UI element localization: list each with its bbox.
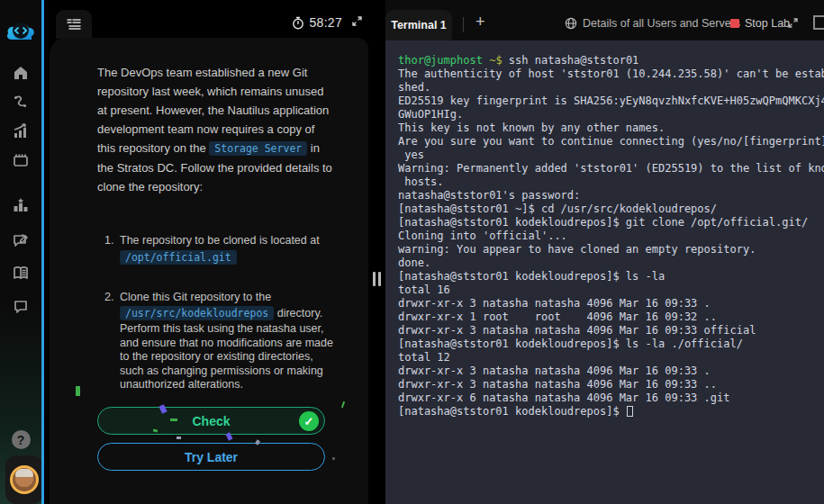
terminal-line: done. <box>398 256 824 270</box>
panel-layout-icon[interactable] <box>813 15 824 30</box>
panel-divider[interactable] <box>368 0 385 504</box>
task-card: The DevOps team established a new Git re… <box>50 38 368 504</box>
terminal-line: total 12 <box>398 351 824 364</box>
tab-separator <box>463 17 464 32</box>
stop-icon <box>730 19 739 28</box>
lab-timer: 58:27 <box>292 15 342 30</box>
terminal-line: drwxr-xr-x 3 natasha natasha 4096 Mar 16… <box>398 324 824 338</box>
help-icon[interactable]: ? <box>0 430 41 449</box>
terminal-tab-label: Terminal 1 <box>391 19 447 32</box>
inline-code-chip: /opt/official.git <box>120 250 237 265</box>
community-icon[interactable] <box>0 298 41 316</box>
details-label: Details of all Users and Servers <box>583 17 740 30</box>
terminal-line: [natasha@ststor01 kodekloudrepos]$ git c… <box>398 216 824 230</box>
terminal-line: drwxr-xr-x 3 natasha natasha 4096 Mar 16… <box>398 297 824 310</box>
terminal-line: hosts. <box>398 176 824 189</box>
terminal-line: total 16 <box>398 284 824 297</box>
task-expand-icon[interactable] <box>351 14 363 31</box>
stopwatch-icon <box>292 16 304 30</box>
terminal-line: drwxr-xr-x 3 natasha natasha 4096 Mar 16… <box>398 378 824 392</box>
kodekloud-logo-icon[interactable] <box>0 20 41 43</box>
task-step: The repository to be cloned is located a… <box>117 234 333 266</box>
terminal-line: This key is not known by any other names… <box>398 122 824 135</box>
lab-workspace: ? 58:27 <box>0 0 824 504</box>
task-step: Clone this Git repository to the /usr/sr… <box>117 291 333 392</box>
learning-path-icon[interactable] <box>0 94 41 112</box>
timer-value: 58:27 <box>309 15 342 30</box>
task-list-tab[interactable] <box>56 10 92 39</box>
calendar-icon[interactable] <box>0 151 41 169</box>
stop-lab-button[interactable]: Stop Lab <box>730 17 790 30</box>
terminal-line: Warning: Permanently added 'ststor01' (E… <box>398 162 824 176</box>
app-sidebar: ? <box>0 0 41 504</box>
check-button[interactable]: Check ✓ <box>97 407 325 435</box>
terminal-line: shed. <box>398 81 824 94</box>
terminal-cursor <box>627 406 633 417</box>
terminal-line: [natasha@ststor01 kodekloudrepos]$ ls -l… <box>398 338 824 351</box>
stop-lab-label: Stop Lab <box>745 17 790 30</box>
terminal-line: Are you sure you want to continue connec… <box>398 135 824 148</box>
terminal-line: Cloning into 'official'... <box>398 230 824 243</box>
new-terminal-button[interactable]: + <box>475 14 485 30</box>
divider-handle-icon[interactable] <box>373 272 381 286</box>
terminal-line: GWuOP1HIg. <box>398 108 824 122</box>
task-list-icon <box>66 17 82 32</box>
details-link[interactable]: Details of all Users and Servers <box>565 17 740 30</box>
terminal-tab-1[interactable]: Terminal 1 <box>385 10 452 40</box>
terminal-line: warning: You appear to have cloned an em… <box>398 243 824 256</box>
terminal-line: thor@jumphost ~$ ssh natasha@ststor01 <box>398 54 824 68</box>
terminal-line: drwxr-xr-x 6 natasha natasha 4096 Mar 16… <box>398 392 824 405</box>
inline-code-chip: /usr/src/kodekloudrepos <box>120 306 274 320</box>
terminal-line: [natasha@ststor01 kodekloudrepos]$ <box>398 405 824 418</box>
globe-icon <box>565 17 577 30</box>
avatar-face <box>13 468 36 491</box>
terminal-line: drwxr-xr-x 1 root root 4096 Mar 16 09:32… <box>398 310 824 324</box>
inline-code-chip: Storage Server <box>209 141 307 156</box>
terminal-screen[interactable]: thor@jumphost ~$ ssh natasha@ststor01The… <box>385 40 824 504</box>
task-step-list: The repository to be cloned is located a… <box>117 234 333 392</box>
terminal-line: [natasha@ststor01 kodekloudrepos]$ ls -l… <box>398 270 824 284</box>
progress-icon[interactable] <box>0 122 41 140</box>
terminal-panel: Terminal 1 + Details of all Users and Se… <box>385 0 824 504</box>
terminal-expand-icon[interactable] <box>787 16 799 32</box>
try-later-button[interactable]: Try Later <box>97 443 325 471</box>
task-description: The DevOps team established a new Git re… <box>97 63 333 196</box>
terminal-line: natasha@ststor01's password: <box>398 189 824 202</box>
try-later-label: Try Later <box>185 450 238 464</box>
task-panel: 58:27 The DevOps team established a new … <box>44 0 368 504</box>
terminal-line: The authenticity of host 'ststor01 (10.2… <box>398 68 824 81</box>
leaderboard-icon[interactable] <box>0 196 41 214</box>
terminal-line: ED25519 key fingerprint is SHA256:yEyN8q… <box>398 94 824 108</box>
terminal-line: yes <box>398 148 824 162</box>
user-avatar[interactable] <box>5 455 43 504</box>
home-icon[interactable] <box>0 64 41 82</box>
check-success-icon: ✓ <box>299 411 319 431</box>
terminal-line: [natasha@ststor01 ~]$ cd /usr/src/kodekl… <box>398 202 824 216</box>
feedback-icon[interactable] <box>0 231 41 249</box>
avatar-ring <box>10 465 39 494</box>
check-button-label: Check <box>192 414 230 428</box>
terminal-line: drwxr-xr-x 3 natasha natasha 4096 Mar 16… <box>398 364 824 378</box>
library-icon[interactable] <box>0 265 41 283</box>
